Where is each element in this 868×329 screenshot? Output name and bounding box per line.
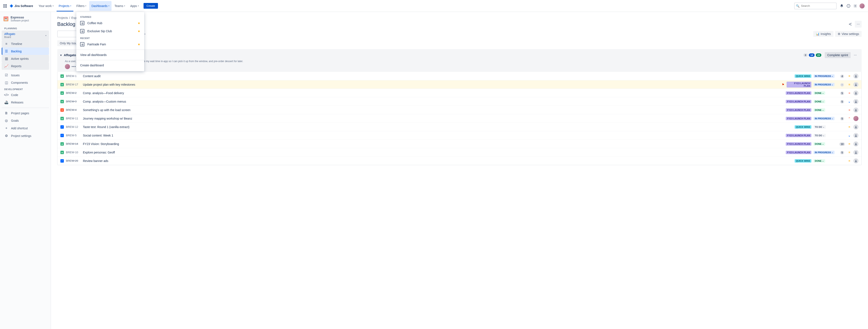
nav-filters[interactable]: Filters▾ (74, 1, 88, 11)
epic-tag[interactable]: FY23 LAUNCH PLAN (786, 108, 811, 112)
issue-summary[interactable]: Update project plan with key milestones (83, 83, 780, 86)
status-pill[interactable]: IN PROGRESS ⌄ (813, 151, 835, 154)
issue-summary[interactable]: Comp. analysis—Food delivery (83, 91, 780, 95)
status-pill[interactable]: TO DO ⌄ (813, 125, 826, 129)
status-pill[interactable]: DONE ⌄ (813, 159, 825, 163)
story-points[interactable]: 4 (840, 75, 844, 78)
issue-key[interactable]: BREW-4 (66, 108, 81, 111)
sidebar-item-backlog[interactable]: ☰Backlog (2, 47, 49, 55)
epic-tag[interactable]: FY23 LAUNCH PLAN (786, 91, 811, 95)
story-points[interactable]: 5 (840, 100, 844, 103)
issue-row[interactable]: ▲BREW-14FY23 Vision: StoryboardingFY23 L… (58, 139, 861, 148)
story-points[interactable]: 10 (839, 142, 845, 146)
issue-row[interactable]: ▲BREW-2Comp. analysis—Food deliveryFY23 … (58, 89, 861, 97)
assignee-avatar[interactable] (854, 150, 859, 155)
epic-tag[interactable]: FY23 LAUNCH PLAN (786, 151, 811, 154)
project-header[interactable]: ☕ Espresso Software project (2, 15, 49, 26)
status-pill[interactable]: DONE ⌄ (813, 142, 825, 145)
sidebar-item-goals[interactable]: ◎Goals (2, 117, 49, 124)
issue-key[interactable]: BREW-14 (66, 142, 81, 145)
global-search-input[interactable] (794, 3, 837, 9)
issue-key[interactable]: BREW-3 (66, 100, 81, 103)
view-settings-button[interactable]: ⚙View settings (835, 31, 862, 37)
issue-summary[interactable]: Social content: Week 1 (83, 134, 780, 137)
issue-row[interactable]: ▲BREW-10Explore personas: GeoffFY23 LAUN… (58, 148, 861, 157)
issue-row[interactable]: ▲BREW-17Update project plan with key mil… (58, 80, 861, 89)
status-pill[interactable]: IN PROGRESS ⌄ (813, 83, 835, 86)
brand-logo[interactable]: Jira Software (9, 4, 33, 8)
assignee-avatar[interactable] (854, 73, 859, 79)
issue-summary[interactable]: Review banner ads (83, 159, 780, 163)
star-icon[interactable]: ★ (137, 30, 141, 33)
epic-tag[interactable]: FY23 LAUNCH PLAN (786, 81, 811, 88)
sidebar-item-reports[interactable]: 📈Reports (2, 62, 49, 70)
sprint-more-button[interactable]: ⋯ (852, 52, 859, 59)
issue-row[interactable]: ▲BREW-11Journey mapping workshop w/ Bean… (58, 114, 861, 123)
issue-key[interactable]: BREW-5 (66, 134, 81, 137)
issue-key[interactable]: BREW-12 (66, 125, 81, 128)
issue-key[interactable]: BREW-10 (66, 151, 81, 154)
sidebar-item-timeline[interactable]: ≡Timeline (2, 40, 49, 47)
dropdown-dashboard-item[interactable]: ▥ Coffee Hub ★ (76, 19, 144, 27)
status-pill[interactable]: DONE ⌄ (813, 108, 825, 112)
epic-tag[interactable]: QUICK WINS (795, 159, 811, 163)
status-pill[interactable]: IN PROGRESS ⌄ (813, 117, 835, 120)
status-pill[interactable]: DONE ⌄ (813, 91, 825, 95)
story-points[interactable]: 5 (840, 151, 844, 154)
issue-key[interactable]: BREW-17 (66, 83, 81, 86)
nav-dashboards[interactable]: Dashboards▾ (89, 1, 112, 11)
epic-tag[interactable]: QUICK WINS (795, 74, 811, 78)
nav-your-work[interactable]: Your work▾ (36, 1, 56, 11)
status-pill[interactable]: IN PROGRESS ⌄ (813, 74, 835, 78)
sidebar-item-components[interactable]: ◫Components (2, 79, 49, 86)
issue-key[interactable]: BREW-20 (66, 159, 81, 162)
issue-row[interactable]: ✓BREW-12Taste test: Round 1 (vanilla ext… (58, 123, 861, 131)
sidebar-item-issues[interactable]: ☑Issues (2, 71, 49, 79)
epic-tag[interactable]: FY23 LAUNCH PLAN (786, 142, 811, 145)
create-button[interactable]: Create (144, 3, 158, 9)
sidebar-item-add-shortcut[interactable]: ＋Add shortcut (2, 124, 49, 132)
dropdown-create-dashboard[interactable]: Create dashboard (76, 62, 144, 69)
dropdown-view-all[interactable]: View all dashboards (76, 51, 144, 59)
sidebar-item-active-sprints[interactable]: ▥Active sprints (2, 55, 49, 62)
star-icon[interactable]: ★ (137, 43, 141, 46)
assignee-avatar[interactable] (854, 133, 859, 138)
nav-apps[interactable]: Apps▾ (128, 1, 141, 11)
assignee-avatar[interactable] (854, 116, 859, 121)
sidebar-item-project-settings[interactable]: ⚙Project settings (2, 132, 49, 139)
issue-summary[interactable]: FY23 Vision: Storyboarding (83, 142, 780, 145)
issue-row[interactable]: ▲BREW-1Content auditQUICK WINSIN PROGRES… (58, 72, 861, 80)
breadcrumb-item[interactable]: Projects (57, 16, 68, 20)
epic-tag[interactable]: FY23 LAUNCH PLAN (786, 134, 811, 137)
epic-tag[interactable]: FY23 LAUNCH PLAN (786, 100, 811, 103)
issue-key[interactable]: BREW-2 (66, 91, 81, 95)
nav-teams[interactable]: Teams▾ (112, 1, 127, 11)
story-points[interactable]: 5 (840, 117, 844, 121)
assignee-avatar[interactable] (854, 107, 859, 112)
issue-row[interactable]: ✓BREW-5Social content: Week 1FY23 LAUNCH… (58, 131, 861, 139)
story-points[interactable]: - (840, 83, 844, 87)
epic-tag[interactable]: QUICK WINS (795, 125, 811, 129)
issue-key[interactable]: BREW-1 (66, 74, 81, 77)
more-actions-button[interactable]: ⋯ (855, 21, 862, 28)
profile-button[interactable] (859, 3, 865, 9)
notifications-button[interactable] (838, 3, 845, 9)
sprint-more-inline[interactable]: ••• (72, 65, 76, 68)
dropdown-dashboard-item[interactable]: ▥ Exclusive Sip Club ★ (76, 27, 144, 35)
issue-summary[interactable]: Journey mapping workshop w/ Beanz (83, 117, 780, 120)
status-pill[interactable]: TO DO ⌄ (813, 134, 826, 137)
nav-projects[interactable]: Projects▾ (57, 1, 73, 11)
status-pill[interactable]: DONE ⌄ (813, 100, 825, 103)
issue-row[interactable]: ✓BREW-20Review banner adsQUICK WINSDONE … (58, 157, 861, 165)
sidebar-item-project-pages[interactable]: 🗎Project pages (2, 109, 49, 117)
issue-summary[interactable]: Something's up with the load screen (83, 108, 780, 112)
settings-button[interactable] (852, 3, 859, 9)
global-search[interactable]: 🔍 (794, 3, 837, 9)
story-points[interactable]: 5 (840, 92, 844, 95)
issue-summary[interactable]: Taste test: Round 1 (vanilla extract) (83, 125, 780, 129)
help-button[interactable]: ? (845, 3, 852, 9)
complete-sprint-button[interactable]: Complete sprint (825, 52, 850, 58)
insights-button[interactable]: 📊Insights (813, 31, 833, 37)
sidebar-board-selector[interactable]: Affogato Board ▾ (2, 31, 49, 40)
dropdown-dashboard-item[interactable]: ▥ Fairtrade Fam ★ (76, 40, 144, 48)
